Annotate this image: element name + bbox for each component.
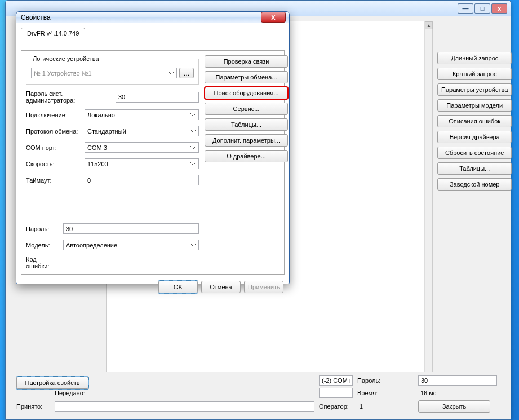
speed-label: Скорость:: [26, 161, 82, 167]
model-params-button[interactable]: Параметры модели: [437, 99, 512, 112]
vertical-scrollbar[interactable]: ▲ ▼: [424, 21, 432, 414]
received-label: Принято:: [16, 403, 50, 410]
dialog-close-button[interactable]: X: [261, 12, 286, 23]
operator-value: 1: [357, 403, 414, 410]
timeout-field[interactable]: [85, 175, 199, 185]
right-column: Проверка связи Параметры обмена... Поиск…: [205, 55, 289, 269]
timeout-label: Таймаут:: [26, 177, 82, 184]
error-code-label: Код ошибки:: [26, 256, 61, 269]
password-label: Пароль:: [26, 226, 61, 232]
tables-button[interactable]: Таблицы...: [437, 162, 512, 175]
long-request-button[interactable]: Длинный запрос: [437, 52, 512, 64]
dialog-title: Свойства: [20, 14, 261, 21]
time-label: Время:: [357, 390, 414, 396]
service-button[interactable]: Сервис...: [205, 103, 288, 115]
protocol-select[interactable]: Стандартный: [85, 126, 199, 136]
about-driver-button[interactable]: О драйвере...: [205, 150, 288, 162]
close-button[interactable]: x: [491, 3, 507, 14]
reset-state-button[interactable]: Сбросить состояние: [437, 147, 512, 159]
dialog-tables-button[interactable]: Таблицы...: [205, 118, 288, 131]
connection-label: Подключение:: [26, 112, 82, 118]
exchange-params-button[interactable]: Параметры обмена...: [205, 71, 288, 83]
left-column: Логические устройства № 1 Устройство №1 …: [26, 55, 199, 269]
sent-field[interactable]: [319, 388, 353, 398]
com-port-label: COM порт:: [26, 144, 82, 151]
model-select[interactable]: Автоопределение: [63, 240, 199, 250]
group-legend: Логические устройства: [31, 55, 101, 62]
factory-number-button[interactable]: Заводской номер: [437, 178, 512, 191]
device-browse-button[interactable]: …: [179, 68, 194, 78]
connection-select[interactable]: Локально: [85, 109, 199, 120]
status-panel: Результат: Пароль: Настройка свойств Пер…: [11, 372, 503, 419]
minimize-button[interactable]: —: [458, 3, 473, 14]
side-button-panel: Длинный запрос Краткий запрос Параметры …: [437, 21, 512, 415]
password-field[interactable]: [418, 375, 497, 386]
dialog-titlebar[interactable]: Свойства X: [16, 12, 289, 23]
search-hardware-button[interactable]: Поиск оборудования...: [205, 87, 288, 99]
device-select[interactable]: № 1 Устройство №1: [31, 68, 177, 78]
logical-devices-group: Логические устройства № 1 Устройство №1 …: [26, 55, 199, 85]
model-label: Модель:: [26, 242, 61, 249]
settings-button[interactable]: Настройка свойств: [16, 377, 88, 389]
time-value: 16 мс: [418, 390, 497, 396]
driver-version-button[interactable]: Версия драйвера: [437, 131, 512, 143]
ok-button[interactable]: OK: [158, 281, 198, 293]
sent-label: Передано:: [55, 390, 314, 396]
short-request-button[interactable]: Краткий запрос: [437, 68, 512, 80]
dialog-password-field[interactable]: [63, 223, 199, 234]
tab-driver[interactable]: DrvFR v4.14.0.749: [21, 28, 85, 39]
tab-strip: DrvFR v4.14.0.749: [21, 26, 285, 39]
check-connection-button[interactable]: Проверка связи: [205, 55, 288, 68]
tab-page: Логические устройства № 1 Устройство №1 …: [21, 50, 285, 275]
extra-params-button[interactable]: Дополнит. параметры...: [205, 134, 288, 147]
result-label: Результат:: [55, 377, 314, 384]
received-field[interactable]: [55, 401, 314, 412]
sysadmin-password-field[interactable]: [116, 92, 199, 103]
speed-select[interactable]: 115200: [85, 158, 199, 169]
error-descriptions-button[interactable]: Описания ошибок: [437, 115, 512, 127]
protocol-label: Протокол обмена:: [26, 128, 82, 135]
cancel-button[interactable]: Отмена: [201, 281, 241, 293]
dialog-body: DrvFR v4.14.0.749 Логические устройства …: [16, 23, 289, 277]
close-icon: X: [271, 14, 275, 21]
close-app-button[interactable]: Закрыть: [418, 400, 490, 413]
apply-button[interactable]: Применить: [244, 281, 283, 293]
com-port-select[interactable]: COM 3: [85, 142, 199, 153]
sysadmin-password-label: Пароль сист. администратора:: [26, 90, 113, 104]
dialog-footer: OK Отмена Применить: [16, 277, 289, 297]
device-params-button[interactable]: Параметры устройства: [437, 83, 512, 96]
result-field[interactable]: [319, 375, 353, 386]
properties-dialog: Свойства X DrvFR v4.14.0.749 Логические …: [16, 11, 290, 284]
maximize-button[interactable]: □: [474, 3, 490, 14]
scroll-up-arrow-icon[interactable]: ▲: [425, 21, 433, 29]
password-label: Пароль:: [357, 377, 414, 384]
operator-label: Оператор:: [319, 403, 353, 410]
